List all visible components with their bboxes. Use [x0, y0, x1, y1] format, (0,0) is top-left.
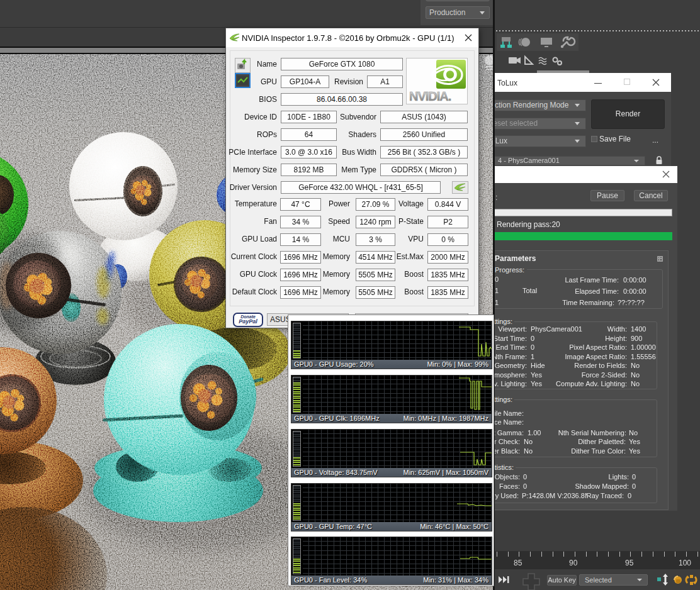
svg-text:NVIDIA.: NVIDIA. [409, 89, 451, 103]
